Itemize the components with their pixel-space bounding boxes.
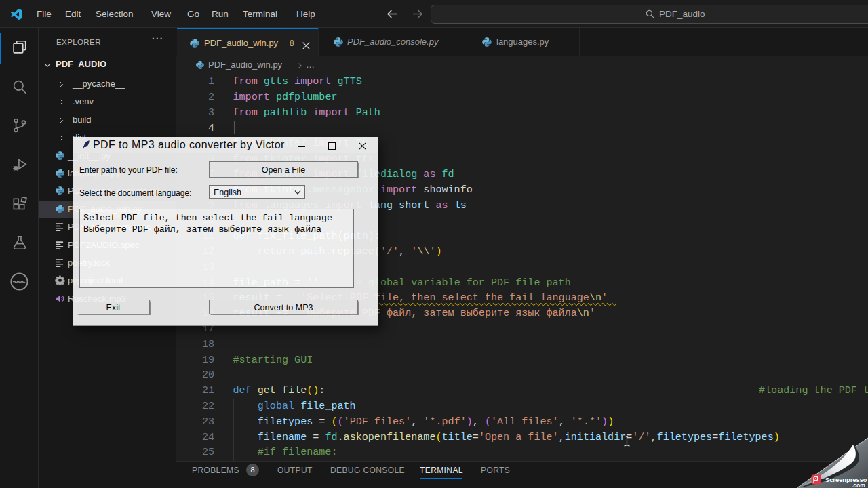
- svg-text:.com: .com: [852, 482, 865, 488]
